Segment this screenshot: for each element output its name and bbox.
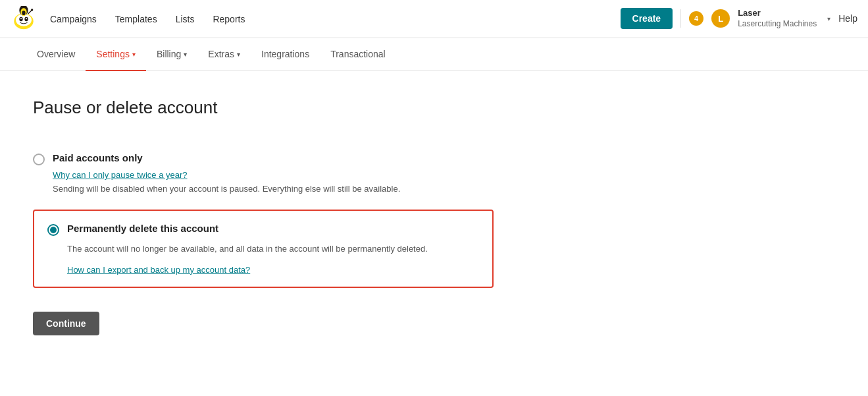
svg-line-9 <box>28 10 32 13</box>
extras-caret-icon: ▾ <box>237 51 240 58</box>
top-nav-right: Create 4 L Laser Lasercutting Machines ▾… <box>621 8 857 29</box>
svg-point-5 <box>26 18 27 19</box>
main-content: Pause or delete account Paid accounts on… <box>0 71 526 362</box>
create-button[interactable]: Create <box>621 8 673 29</box>
delete-radio-row: Permanently delete this account <box>47 223 479 236</box>
delete-description: The account will no longer be available,… <box>67 242 479 256</box>
page-title: Pause or delete account <box>33 98 494 118</box>
subnav-overview[interactable]: Overview <box>26 38 86 71</box>
pause-link[interactable]: Why can I only pause twice a year? <box>53 170 188 180</box>
continue-button[interactable]: Continue <box>33 312 99 335</box>
pause-option: Paid accounts only Why can I only pause … <box>33 142 494 204</box>
pause-hint: Sending will be disabled when your accou… <box>53 184 494 194</box>
nav-campaigns[interactable]: Campaigns <box>50 14 97 24</box>
svg-point-8 <box>22 11 25 15</box>
delete-option: Permanently delete this account The acco… <box>33 210 494 288</box>
user-avatar: L <box>711 9 730 28</box>
subnav-billing[interactable]: Billing ▾ <box>146 38 197 71</box>
delete-radio[interactable] <box>47 224 59 236</box>
user-company: Lasercutting Machines <box>738 19 817 30</box>
pause-label: Paid accounts only <box>53 152 143 163</box>
billing-caret-icon: ▾ <box>184 51 187 58</box>
nav-templates[interactable]: Templates <box>115 14 157 24</box>
delete-export-link[interactable]: How can I export and back up my account … <box>67 265 250 275</box>
svg-point-4 <box>20 18 22 19</box>
nav-divider <box>680 9 681 28</box>
mailchimp-logo[interactable] <box>11 6 37 32</box>
user-name: Laser <box>738 8 817 19</box>
sub-nav: Overview Settings ▾ Billing ▾ Extras ▾ I… <box>0 38 868 71</box>
subnav-extras[interactable]: Extras ▾ <box>197 38 251 71</box>
notification-badge[interactable]: 4 <box>689 11 703 26</box>
delete-label: Permanently delete this account <box>67 223 218 234</box>
help-link[interactable]: Help <box>838 13 857 24</box>
user-info: Laser Lasercutting Machines <box>738 8 817 29</box>
subnav-settings[interactable]: Settings ▾ <box>86 38 146 71</box>
pause-radio[interactable] <box>33 154 45 165</box>
user-menu-chevron[interactable]: ▾ <box>827 15 830 22</box>
top-nav-links: Campaigns Templates Lists Reports <box>50 14 621 24</box>
top-nav: Campaigns Templates Lists Reports Create… <box>0 0 868 38</box>
settings-caret-icon: ▾ <box>132 51 136 58</box>
nav-reports[interactable]: Reports <box>213 14 245 24</box>
nav-lists[interactable]: Lists <box>176 14 195 24</box>
svg-point-10 <box>31 9 33 11</box>
subnav-integrations[interactable]: Integrations <box>251 38 320 71</box>
pause-radio-row: Paid accounts only <box>33 152 494 165</box>
subnav-transactional[interactable]: Transactional <box>320 38 396 71</box>
